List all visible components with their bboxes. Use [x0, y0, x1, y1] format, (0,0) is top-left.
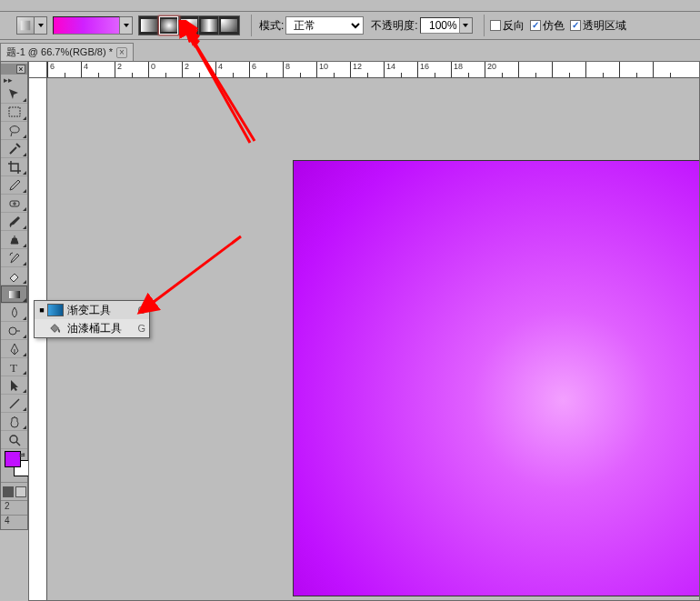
- transparent-checkbox[interactable]: 透明区域: [570, 18, 626, 34]
- gradient-tool[interactable]: [1, 285, 27, 304]
- tool-preset-icon: [16, 16, 35, 35]
- tools-panel-expand[interactable]: ▸▸: [1, 75, 27, 85]
- zoom-tool[interactable]: [1, 431, 27, 449]
- type-tool[interactable]: T: [1, 358, 27, 376]
- gradient-type-diamond[interactable]: [219, 16, 239, 35]
- svg-line-7: [10, 399, 19, 408]
- standard-mode-icon[interactable]: [3, 486, 14, 497]
- pen-tool[interactable]: [1, 340, 27, 358]
- svg-rect-1: [9, 107, 20, 116]
- svg-point-5: [9, 327, 16, 335]
- opacity-field[interactable]: 100%: [420, 17, 473, 34]
- reverse-checkbox-box[interactable]: [490, 20, 501, 31]
- separator: [251, 15, 252, 36]
- clone-stamp-tool[interactable]: [1, 231, 27, 249]
- blur-tool[interactable]: [1, 304, 27, 322]
- app-window: 模式: 正常 不透明度: 100% 反向 仿色 透明区域 题-1 @ 66.7%…: [0, 0, 700, 601]
- flyout-item-gradient[interactable]: ■ 渐变工具 G: [35, 301, 149, 319]
- selected-dot-icon: ■: [38, 306, 45, 315]
- opacity-label: 不透明度:: [371, 18, 417, 34]
- flyout-item-paint-bucket[interactable]: 油漆桶工具 G: [35, 319, 149, 337]
- gradient-picker[interactable]: [53, 16, 133, 35]
- gradient-preview[interactable]: [53, 16, 120, 35]
- ruler-horizontal[interactable]: 6 4 2 0 2 4 6 8 10 12 14 16 18 20: [47, 62, 699, 78]
- gradient-dropdown[interactable]: [120, 16, 133, 35]
- close-icon[interactable]: ×: [16, 65, 25, 74]
- svg-line-9: [16, 442, 20, 446]
- svg-rect-4: [9, 291, 20, 298]
- svg-point-2: [17, 145, 19, 146]
- reverse-checkbox[interactable]: 反向: [490, 18, 525, 34]
- tool-preset-dropdown[interactable]: [35, 16, 47, 35]
- flyout-item-shortcut: G: [137, 323, 145, 334]
- flyout-item-label: 渐变工具: [67, 303, 111, 318]
- hand-tool[interactable]: [1, 413, 27, 431]
- tools-panel: × ▸▸ T ⇄ 2 4: [0, 61, 28, 530]
- status-value-1: 2: [1, 500, 27, 515]
- quick-mask-toggle[interactable]: [1, 482, 27, 500]
- document-tab-bar: 题-1 @ 66.7%(RGB/8) *: [0, 43, 134, 61]
- color-swatches: ⇄: [1, 449, 27, 482]
- separator: [484, 15, 485, 36]
- paint-bucket-icon: [47, 322, 64, 335]
- svg-rect-0: [21, 21, 31, 31]
- gradient-type-reflected[interactable]: [199, 16, 219, 35]
- blend-mode-select[interactable]: 正常: [285, 16, 364, 35]
- options-bar: 模式: 正常 不透明度: 100% 反向 仿色 透明区域: [0, 11, 700, 40]
- lasso-tool[interactable]: [1, 122, 27, 140]
- quick-mask-icon[interactable]: [15, 486, 26, 497]
- dither-checkbox[interactable]: 仿色: [530, 18, 565, 34]
- move-tool[interactable]: [1, 85, 27, 104]
- opacity-dropdown[interactable]: [460, 17, 473, 34]
- document-tab-close[interactable]: [116, 47, 127, 58]
- dither-checkbox-box[interactable]: [530, 20, 541, 31]
- document-tab-title: 题-1 @ 66.7%(RGB/8) *: [6, 45, 113, 59]
- ruler-corner[interactable]: [29, 62, 47, 78]
- tools-panel-header[interactable]: ×: [1, 64, 27, 75]
- gradient-tool-flyout: ■ 渐变工具 G 油漆桶工具 G: [34, 300, 150, 338]
- path-selection-tool[interactable]: [1, 376, 27, 395]
- healing-brush-tool[interactable]: [1, 195, 27, 213]
- magic-wand-tool[interactable]: [1, 140, 27, 158]
- eraser-tool[interactable]: [1, 267, 27, 285]
- line-tool[interactable]: [1, 395, 27, 413]
- dodge-tool[interactable]: [1, 322, 27, 340]
- flyout-item-shortcut: G: [137, 305, 145, 316]
- flyout-item-label: 油漆桶工具: [67, 321, 122, 336]
- history-brush-tool[interactable]: [1, 249, 27, 267]
- gradient-icon: [47, 304, 64, 316]
- status-value-2: 4: [1, 515, 27, 529]
- artboard[interactable]: [293, 160, 700, 596]
- tool-preset-picker[interactable]: [16, 16, 47, 35]
- gradient-type-radial[interactable]: [159, 16, 179, 35]
- gradient-type-linear[interactable]: [139, 16, 159, 35]
- svg-point-8: [10, 436, 17, 443]
- brush-tool[interactable]: [1, 213, 27, 231]
- crop-tool[interactable]: [1, 158, 27, 176]
- svg-text:T: T: [10, 361, 17, 375]
- mode-label: 模式:: [259, 18, 284, 34]
- document-tab[interactable]: 题-1 @ 66.7%(RGB/8) *: [0, 43, 134, 61]
- canvas[interactable]: [47, 78, 699, 600]
- gradient-type-group: [138, 15, 240, 35]
- eyedropper-tool[interactable]: [1, 176, 27, 195]
- transparent-checkbox-box[interactable]: [570, 20, 581, 31]
- marquee-tool[interactable]: [1, 104, 27, 122]
- ruler-vertical[interactable]: [29, 78, 47, 600]
- gradient-type-angle[interactable]: [179, 16, 199, 35]
- opacity-value[interactable]: 100%: [420, 17, 460, 34]
- swap-colors-icon[interactable]: ⇄: [19, 451, 25, 459]
